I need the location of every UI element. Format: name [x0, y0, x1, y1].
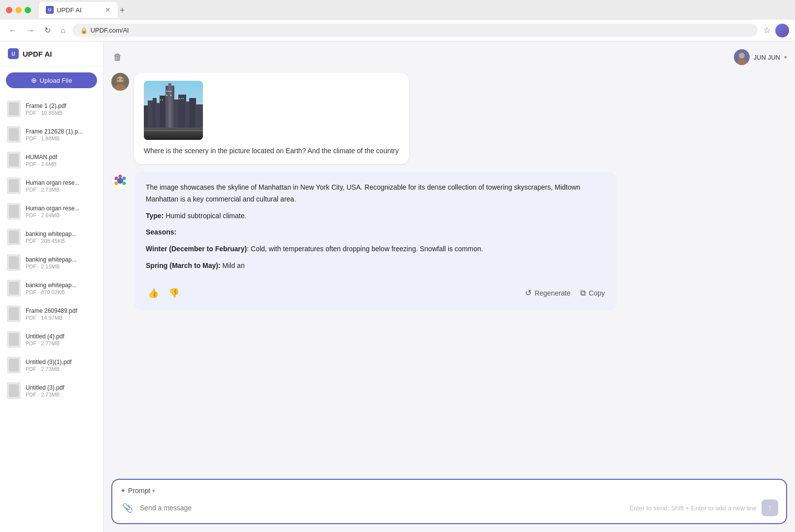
winter-label: Winter (December to February) — [146, 245, 247, 253]
toolbar-actions: ☆ — [762, 24, 789, 37]
file-meta: PDF · 10.85MB — [26, 110, 96, 116]
tab-title: UPDF AI — [57, 6, 82, 14]
ai-message-text: The image showcases the skyline of Manha… — [146, 182, 605, 272]
file-meta: PDF · 870.02KB — [26, 289, 96, 295]
maximize-window-btn[interactable] — [25, 7, 31, 13]
url-bar[interactable]: 🔒 UPDF.com/AI — [72, 24, 758, 37]
user-image-attachment — [144, 81, 203, 140]
file-meta: PDF · 14.97MB — [26, 315, 96, 321]
avatar-image — [734, 49, 750, 65]
ai-paragraph-1: The image showcases the skyline of Manha… — [146, 182, 605, 205]
thumbup-btn[interactable]: 👍 — [146, 286, 161, 300]
send-icon: ↑ — [768, 503, 772, 512]
new-tab-btn[interactable]: + — [118, 3, 127, 18]
user-avatar-img — [111, 73, 129, 91]
input-row: 📎 Enter to send; Shift + Enter to add a … — [120, 499, 778, 516]
file-name: banking whitepap... — [26, 231, 96, 237]
svg-point-34 — [117, 178, 123, 184]
send-btn[interactable]: ↑ — [762, 499, 778, 516]
winter-text: : Cold, with temperatures often dropping… — [247, 245, 483, 253]
file-name: Frame 2609489.pdf — [26, 307, 96, 314]
file-list-item[interactable]: HUMAN.pdf PDF · 2.6MB — [0, 147, 103, 173]
upload-file-button[interactable]: ⊕ Upload File — [6, 72, 97, 88]
refresh-btn[interactable]: ↻ — [41, 24, 54, 37]
svg-point-35 — [119, 175, 122, 178]
home-btn[interactable]: ⌂ — [58, 24, 68, 37]
file-info: banking whitepap... PDF · 870.02KB — [26, 282, 96, 295]
type-label: Type: — [146, 212, 164, 220]
message-input[interactable] — [140, 504, 625, 512]
browser-toolbar: ← → ↻ ⌂ 🔒 UPDF.com/AI ☆ — [0, 20, 795, 41]
file-name: banking whitepap... — [26, 256, 96, 263]
svg-rect-29 — [160, 100, 161, 100]
prompt-chevron-icon: ▾ — [152, 488, 155, 494]
browser-titlebar: U UPDF AI ✕ + — [0, 0, 795, 20]
file-meta: PDF · 2.6MB — [26, 161, 96, 167]
ai-message: The image showcases the skyline of Manha… — [111, 172, 787, 310]
file-icon — [7, 100, 21, 117]
input-toolbar: ✦ Prompt ▾ — [120, 487, 778, 495]
file-name: Untitled (3).pdf — [26, 384, 96, 391]
regenerate-label: Regenerate — [534, 289, 570, 297]
user-profile[interactable]: JUN JUN ▾ — [734, 49, 787, 65]
upload-icon: ⊕ — [31, 76, 37, 84]
copy-btn[interactable]: ⧉ Copy — [580, 289, 605, 298]
svg-point-6 — [118, 79, 119, 80]
attach-btn[interactable]: 📎 — [120, 500, 135, 515]
file-icon — [7, 126, 21, 143]
file-name: Untitled (3)(1).pdf — [26, 359, 96, 366]
user-avatar-message — [111, 73, 129, 91]
minimize-window-btn[interactable] — [15, 7, 22, 13]
file-list-item[interactable]: Frame 212628 (1).p... PDF · 1.88MB — [0, 122, 103, 147]
regenerate-btn[interactable]: ↺ Regenerate — [525, 288, 570, 298]
browser-chrome: U UPDF AI ✕ + ← → ↻ ⌂ 🔒 UPDF.com/AI ☆ — [0, 0, 795, 41]
copy-label: Copy — [589, 289, 605, 297]
file-info: HUMAN.pdf PDF · 2.6MB — [26, 154, 96, 167]
active-tab[interactable]: U UPDF AI ✕ — [39, 2, 118, 18]
file-name: Frame 1 (2).pdf — [26, 102, 96, 109]
file-list-item[interactable]: banking whitepap... PDF · 208.45KB — [0, 224, 103, 250]
file-list-item[interactable]: banking whitepap... PDF · 2.15MB — [0, 250, 103, 275]
file-list-item[interactable]: Untitled (3).pdf PDF · 2.73MB — [0, 378, 103, 403]
file-meta: PDF · 2.64MB — [26, 212, 96, 218]
sidebar: U UPDF AI ⊕ Upload File Frame 1 (2).pdf … — [0, 41, 103, 532]
ai-actions: 👍 👎 ↺ Regenerate ⧉ Copy — [146, 280, 605, 300]
delete-conversation-btn[interactable]: 🗑 — [111, 50, 124, 65]
ai-avatar — [111, 172, 129, 190]
user-message-text: Where is the scenery in the picture loca… — [144, 146, 399, 156]
browser-user-avatar[interactable] — [775, 24, 789, 37]
file-info: banking whitepap... PDF · 208.45KB — [26, 231, 96, 244]
file-icon — [7, 357, 21, 373]
prompt-btn[interactable]: ✦ Prompt ▾ — [120, 487, 155, 495]
file-list-item[interactable]: Human organ rese... PDF · 2.64MB — [0, 199, 103, 224]
file-list-item[interactable]: Frame 2609489.pdf PDF · 14.97MB — [0, 301, 103, 327]
svg-point-38 — [123, 177, 126, 180]
tab-close-btn[interactable]: ✕ — [105, 6, 111, 14]
file-icon — [7, 229, 21, 245]
file-info: Untitled (3).pdf PDF · 2.73MB — [26, 384, 96, 398]
svg-rect-32 — [181, 98, 182, 99]
file-list-item[interactable]: banking whitepap... PDF · 870.02KB — [0, 275, 103, 301]
svg-point-7 — [122, 79, 123, 80]
file-list-item[interactable]: Human organ rese... PDF · 2.73MB — [0, 173, 103, 199]
back-btn[interactable]: ← — [6, 24, 20, 37]
forward-btn[interactable]: → — [24, 24, 37, 37]
file-list-item[interactable]: Frame 1 (2).pdf PDF · 10.85MB — [0, 96, 103, 122]
bookmark-btn[interactable]: ☆ — [762, 24, 772, 37]
file-info: Untitled (3)(1).pdf PDF · 2.73MB — [26, 359, 96, 372]
main-content: 🗑 JUN JUN ▾ — [103, 41, 795, 532]
thumbdown-btn[interactable]: 👎 — [166, 286, 181, 300]
svg-rect-31 — [179, 98, 180, 99]
close-window-btn[interactable] — [6, 7, 12, 13]
file-list-item[interactable]: Untitled (3)(1).pdf PDF · 2.73MB — [0, 352, 103, 378]
ai-feedback-buttons: 👍 👎 — [146, 286, 181, 300]
file-meta: PDF · 2.15MB — [26, 264, 96, 269]
file-meta: PDF · 2.73MB — [26, 187, 96, 193]
svg-rect-33 — [183, 98, 184, 99]
svg-point-37 — [115, 182, 118, 185]
file-list-item[interactable]: Untitled (4).pdf PDF · 2.77MB — [0, 327, 103, 352]
file-meta: PDF · 208.45KB — [26, 238, 96, 244]
file-meta: PDF · 1.88MB — [26, 135, 96, 141]
upload-btn-label: Upload File — [40, 77, 72, 84]
copy-icon: ⧉ — [580, 289, 586, 298]
